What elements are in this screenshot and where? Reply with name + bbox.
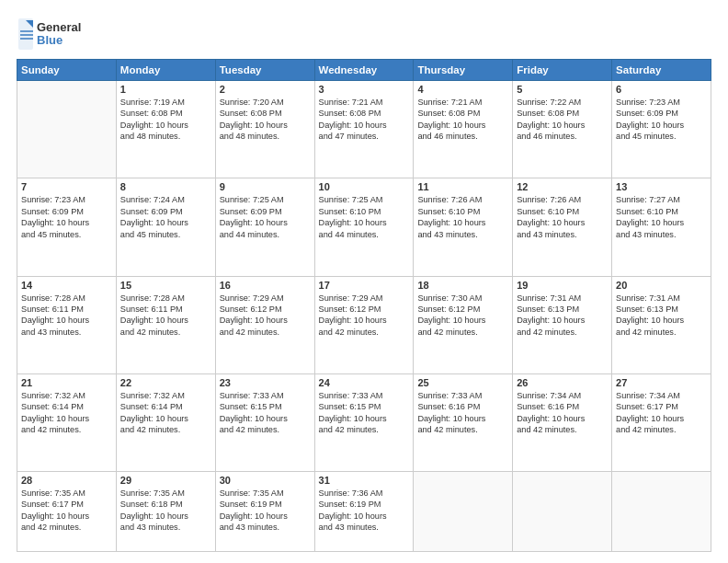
day-info: Sunrise: 7:32 AMSunset: 6:14 PMDaylight:… bbox=[21, 390, 112, 436]
day-info: Sunrise: 7:21 AMSunset: 6:08 PMDaylight:… bbox=[417, 97, 508, 143]
week-row-4: 21Sunrise: 7:32 AMSunset: 6:14 PMDayligh… bbox=[17, 373, 711, 471]
svg-text:General: General bbox=[37, 20, 81, 34]
calendar-cell bbox=[612, 472, 711, 552]
week-row-5: 28Sunrise: 7:35 AMSunset: 6:17 PMDayligh… bbox=[17, 472, 711, 552]
day-number: 23 bbox=[220, 377, 311, 388]
day-info: Sunrise: 7:25 AMSunset: 6:10 PMDaylight:… bbox=[319, 194, 410, 240]
calendar-cell: 5Sunrise: 7:22 AMSunset: 6:08 PMDaylight… bbox=[513, 81, 612, 178]
day-number: 31 bbox=[319, 475, 410, 486]
week-row-1: 1Sunrise: 7:19 AMSunset: 6:08 PMDaylight… bbox=[17, 81, 711, 178]
day-info: Sunrise: 7:19 AMSunset: 6:08 PMDaylight:… bbox=[120, 97, 211, 143]
day-info: Sunrise: 7:35 AMSunset: 6:18 PMDaylight:… bbox=[120, 488, 211, 534]
logo-svg: General Blue bbox=[17, 17, 90, 52]
calendar-cell: 29Sunrise: 7:35 AMSunset: 6:18 PMDayligh… bbox=[116, 472, 215, 552]
calendar-cell: 12Sunrise: 7:26 AMSunset: 6:10 PMDayligh… bbox=[513, 178, 612, 276]
calendar-cell: 10Sunrise: 7:25 AMSunset: 6:10 PMDayligh… bbox=[314, 178, 414, 276]
day-info: Sunrise: 7:30 AMSunset: 6:12 PMDaylight:… bbox=[417, 293, 508, 339]
calendar-cell bbox=[513, 472, 612, 552]
day-info: Sunrise: 7:36 AMSunset: 6:19 PMDaylight:… bbox=[319, 488, 410, 534]
calendar-cell: 6Sunrise: 7:23 AMSunset: 6:09 PMDaylight… bbox=[612, 81, 711, 178]
calendar-cell: 7Sunrise: 7:23 AMSunset: 6:09 PMDaylight… bbox=[17, 178, 117, 276]
week-row-3: 14Sunrise: 7:28 AMSunset: 6:11 PMDayligh… bbox=[17, 276, 711, 373]
day-info: Sunrise: 7:35 AMSunset: 6:19 PMDaylight:… bbox=[220, 488, 311, 534]
day-info: Sunrise: 7:33 AMSunset: 6:15 PMDaylight:… bbox=[319, 390, 410, 436]
day-info: Sunrise: 7:26 AMSunset: 6:10 PMDaylight:… bbox=[517, 194, 608, 240]
day-number: 2 bbox=[220, 84, 311, 95]
week-row-2: 7Sunrise: 7:23 AMSunset: 6:09 PMDaylight… bbox=[17, 178, 711, 276]
day-number: 20 bbox=[616, 280, 707, 291]
day-number: 13 bbox=[616, 181, 707, 192]
weekday-header-tuesday: Tuesday bbox=[215, 60, 314, 81]
day-info: Sunrise: 7:24 AMSunset: 6:09 PMDaylight:… bbox=[120, 194, 211, 240]
calendar-cell: 18Sunrise: 7:30 AMSunset: 6:12 PMDayligh… bbox=[414, 276, 513, 373]
day-number: 16 bbox=[220, 280, 311, 291]
weekday-header-thursday: Thursday bbox=[414, 60, 513, 81]
day-number: 27 bbox=[616, 377, 707, 388]
calendar-cell: 24Sunrise: 7:33 AMSunset: 6:15 PMDayligh… bbox=[314, 373, 414, 471]
calendar-cell: 19Sunrise: 7:31 AMSunset: 6:13 PMDayligh… bbox=[513, 276, 612, 373]
calendar-cell: 20Sunrise: 7:31 AMSunset: 6:13 PMDayligh… bbox=[612, 276, 711, 373]
calendar-cell: 11Sunrise: 7:26 AMSunset: 6:10 PMDayligh… bbox=[414, 178, 513, 276]
day-number: 24 bbox=[319, 377, 410, 388]
calendar-cell: 25Sunrise: 7:33 AMSunset: 6:16 PMDayligh… bbox=[414, 373, 513, 471]
header: General Blue bbox=[17, 17, 711, 52]
day-info: Sunrise: 7:23 AMSunset: 6:09 PMDaylight:… bbox=[616, 97, 707, 143]
day-number: 26 bbox=[517, 377, 608, 388]
day-number: 9 bbox=[220, 181, 311, 192]
calendar-cell: 30Sunrise: 7:35 AMSunset: 6:19 PMDayligh… bbox=[215, 472, 314, 552]
day-number: 11 bbox=[417, 181, 508, 192]
weekday-header-sunday: Sunday bbox=[17, 60, 117, 81]
day-info: Sunrise: 7:35 AMSunset: 6:17 PMDaylight:… bbox=[21, 488, 112, 534]
day-info: Sunrise: 7:34 AMSunset: 6:17 PMDaylight:… bbox=[616, 390, 707, 436]
calendar-cell: 9Sunrise: 7:25 AMSunset: 6:09 PMDaylight… bbox=[215, 178, 314, 276]
weekday-header-saturday: Saturday bbox=[612, 60, 711, 81]
day-number: 1 bbox=[120, 84, 211, 95]
calendar-cell: 31Sunrise: 7:36 AMSunset: 6:19 PMDayligh… bbox=[314, 472, 414, 552]
logo: General Blue bbox=[17, 17, 90, 52]
day-number: 12 bbox=[517, 181, 608, 192]
day-info: Sunrise: 7:28 AMSunset: 6:11 PMDaylight:… bbox=[120, 293, 211, 339]
day-number: 28 bbox=[21, 475, 112, 486]
calendar-cell: 23Sunrise: 7:33 AMSunset: 6:15 PMDayligh… bbox=[215, 373, 314, 471]
calendar-cell: 28Sunrise: 7:35 AMSunset: 6:17 PMDayligh… bbox=[17, 472, 117, 552]
day-number: 19 bbox=[517, 280, 608, 291]
day-number: 21 bbox=[21, 377, 112, 388]
day-info: Sunrise: 7:31 AMSunset: 6:13 PMDaylight:… bbox=[616, 293, 707, 339]
day-info: Sunrise: 7:21 AMSunset: 6:08 PMDaylight:… bbox=[319, 97, 410, 143]
day-number: 30 bbox=[220, 475, 311, 486]
calendar-cell: 3Sunrise: 7:21 AMSunset: 6:08 PMDaylight… bbox=[314, 81, 414, 178]
day-number: 17 bbox=[319, 280, 410, 291]
day-info: Sunrise: 7:31 AMSunset: 6:13 PMDaylight:… bbox=[517, 293, 608, 339]
weekday-header-wednesday: Wednesday bbox=[314, 60, 414, 81]
calendar-cell: 17Sunrise: 7:29 AMSunset: 6:12 PMDayligh… bbox=[314, 276, 414, 373]
calendar-cell: 8Sunrise: 7:24 AMSunset: 6:09 PMDaylight… bbox=[116, 178, 215, 276]
day-info: Sunrise: 7:26 AMSunset: 6:10 PMDaylight:… bbox=[417, 194, 508, 240]
day-info: Sunrise: 7:27 AMSunset: 6:10 PMDaylight:… bbox=[616, 194, 707, 240]
day-number: 15 bbox=[120, 280, 211, 291]
day-number: 8 bbox=[120, 181, 211, 192]
day-number: 25 bbox=[417, 377, 508, 388]
calendar-cell: 2Sunrise: 7:20 AMSunset: 6:08 PMDaylight… bbox=[215, 81, 314, 178]
day-number: 10 bbox=[319, 181, 410, 192]
day-info: Sunrise: 7:23 AMSunset: 6:09 PMDaylight:… bbox=[21, 194, 112, 240]
day-number: 6 bbox=[616, 84, 707, 95]
calendar-cell: 27Sunrise: 7:34 AMSunset: 6:17 PMDayligh… bbox=[612, 373, 711, 471]
day-info: Sunrise: 7:29 AMSunset: 6:12 PMDaylight:… bbox=[220, 293, 311, 339]
day-info: Sunrise: 7:34 AMSunset: 6:16 PMDaylight:… bbox=[517, 390, 608, 436]
day-number: 18 bbox=[417, 280, 508, 291]
day-info: Sunrise: 7:29 AMSunset: 6:12 PMDaylight:… bbox=[319, 293, 410, 339]
calendar-table: SundayMondayTuesdayWednesdayThursdayFrid… bbox=[17, 59, 711, 552]
calendar-cell: 13Sunrise: 7:27 AMSunset: 6:10 PMDayligh… bbox=[612, 178, 711, 276]
day-number: 5 bbox=[517, 84, 608, 95]
day-number: 7 bbox=[21, 181, 112, 192]
day-info: Sunrise: 7:33 AMSunset: 6:16 PMDaylight:… bbox=[417, 390, 508, 436]
calendar-cell: 14Sunrise: 7:28 AMSunset: 6:11 PMDayligh… bbox=[17, 276, 117, 373]
calendar-cell: 4Sunrise: 7:21 AMSunset: 6:08 PMDaylight… bbox=[414, 81, 513, 178]
day-info: Sunrise: 7:32 AMSunset: 6:14 PMDaylight:… bbox=[120, 390, 211, 436]
weekday-header-row: SundayMondayTuesdayWednesdayThursdayFrid… bbox=[17, 60, 711, 81]
calendar-cell bbox=[17, 81, 117, 178]
day-info: Sunrise: 7:20 AMSunset: 6:08 PMDaylight:… bbox=[220, 97, 311, 143]
day-info: Sunrise: 7:25 AMSunset: 6:09 PMDaylight:… bbox=[220, 194, 311, 240]
day-number: 22 bbox=[120, 377, 211, 388]
calendar-cell bbox=[414, 472, 513, 552]
